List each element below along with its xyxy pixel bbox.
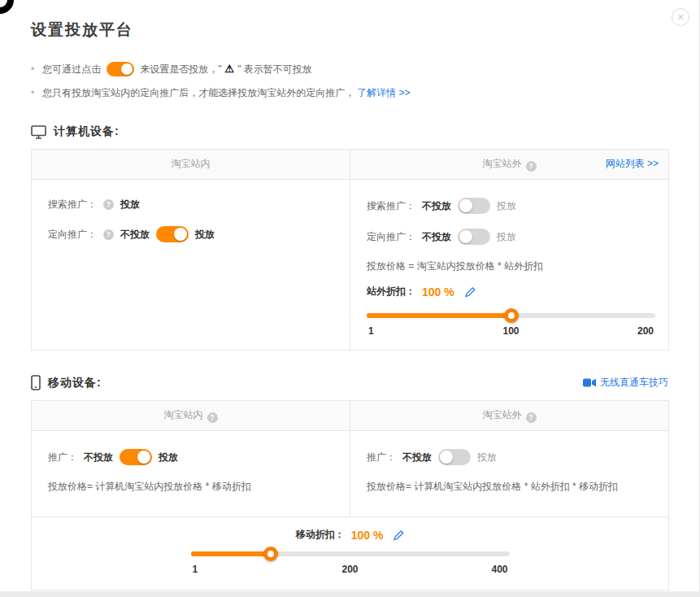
offsite-discount-slider[interactable]: 1 100 200 [367,313,655,338]
wireless-tips-link[interactable]: 无线直通车技巧 [583,376,668,390]
website-list-link[interactable]: 网站列表 >> [606,157,659,171]
discount-value: 100 % [422,285,454,298]
close-icon[interactable]: × [672,8,689,26]
video-icon [583,378,596,387]
slider-tick: 400 [491,564,507,575]
slider-track[interactable] [191,551,510,556]
row-label: 搜索推广： [48,198,97,211]
slider-handle[interactable] [263,547,278,561]
slider-track[interactable] [367,313,655,318]
computer-onsite-target-row: 定向推广：? 不投放 投放 [48,226,337,242]
slider-fill [367,313,511,318]
mobile-onsite-cell: 推广： 不投放 投放 投放价格= 计算机淘宝站内投放价格 * 移动折扣 [32,431,350,516]
tip-text: 您可通过点击 [42,62,101,76]
help-icon[interactable]: ? [207,412,218,423]
mobile-offsite-header: 淘宝站外? [350,401,668,430]
header-label: 淘宝站内 [164,409,203,421]
tip-item-target-hint: 您只有投放淘宝站内的定向推广后，才能选择投放淘宝站外的定向推广， 了解详情 >> [31,85,668,100]
off-label: 不投放 [120,228,150,242]
mobile-offsite-promo-toggle[interactable] [438,449,471,465]
on-label: 投放 [497,230,516,244]
row-label: 定向推广： [48,228,97,242]
on-label: 投放 [497,199,516,213]
row-label: 定向推广： [367,230,415,244]
toggle-knob [121,63,133,75]
header-label: 淘宝站内 [172,158,211,169]
header-label: 淘宝站外 [483,158,522,169]
discount-label: 站外折扣： [367,285,415,298]
mobile-onsite-promo-row: 推广： 不投放 投放 [48,449,337,465]
row-label: 搜索推广： [367,199,415,213]
computer-onsite-header: 淘宝站内 [32,150,350,179]
mobile-onsite-promo-toggle[interactable] [120,449,152,465]
computer-onsite-target-toggle[interactable] [156,226,189,242]
mobile-discount-row: 移动折扣： 100 % [191,528,510,542]
on-label: 投放 [477,451,497,464]
slider-tick: 100 [502,325,519,337]
row-label: 推广： [48,451,77,464]
on-label: 投放 [159,451,178,464]
computer-section-label: 计算机设备: [54,124,120,139]
warning-icon: ⚠ [224,62,234,76]
sample-toggle [107,62,134,76]
computer-offsite-target-toggle[interactable] [458,229,490,245]
dialog-title: 设置投放平台 [31,0,668,41]
discount-label: 移动折扣： [296,528,345,542]
toggle-knob [174,228,187,241]
edit-icon[interactable] [464,286,476,298]
on-label: 投放 [195,228,215,242]
slider-handle[interactable] [504,308,519,323]
help-icon[interactable]: ? [526,161,537,172]
header-label: 淘宝站外 [483,409,522,421]
slider-tick: 1 [193,564,198,575]
off-label: 不投放 [422,230,451,244]
mobile-offsite-cell: 推广： 不投放 投放 投放价格= 计算机淘宝站内投放价格 * 站外折扣 * 移动… [350,431,668,516]
link-label: 无线直通车技巧 [600,376,668,390]
mobile-discount-footer: 移动折扣： 100 % 1 200 400 [32,516,668,590]
toggle-knob [459,199,472,212]
mobile-panel: 淘宝站内? 淘宝站外? 推广： 不投放 投放 投放价格= 计算机淘宝站内投放价格… [31,400,669,590]
help-icon[interactable]: ? [526,412,537,423]
computer-panel-header: 淘宝站内 淘宝站外? 网站列表 >> [32,150,668,180]
tip-item-toggle-hint: 您可通过点击 来设置是否投放，" ⚠ " 表示暂不可投放 [31,62,668,76]
edit-icon[interactable] [393,529,404,541]
help-icon[interactable]: ? [103,229,114,240]
toggle-knob [137,451,150,464]
tip-text: 您只有投放淘宝站内的定向推广后，才能选择投放淘宝站外的定向推广， [42,85,354,100]
tip-text: 来设置是否投放，" [140,62,221,76]
computer-panel: 淘宝站内 淘宝站外? 网站列表 >> 搜索推广：? 投放 定向推广：? 不投放 … [31,149,669,351]
off-label: 不投放 [84,451,113,464]
page-bottom-strip [0,591,700,597]
mobile-discount-slider[interactable]: 1 200 400 [191,551,510,577]
learn-more-link[interactable]: 了解详情 >> [357,85,410,100]
computer-offsite-search-toggle[interactable] [458,198,490,214]
computer-offsite-cell: 搜索推广： 不投放 投放 定向推广： 不投放 投放 投放价格 = 淘宝站内投放价… [350,180,668,350]
mobile-onsite-price-formula: 投放价格= 计算机淘宝站内投放价格 * 移动折扣 [48,480,337,494]
slider-tick: 200 [637,325,654,337]
slider-ticks: 1 100 200 [367,325,655,338]
help-icon[interactable]: ? [103,199,114,210]
computer-offsite-header: 淘宝站外? 网站列表 >> [350,150,668,179]
tips-list: 您可通过点击 来设置是否投放，" ⚠ " 表示暂不可投放 您只有投放淘宝站内的定… [31,62,668,100]
off-label: 不投放 [402,451,432,464]
row-label: 推广： [367,451,396,464]
computer-onsite-search-row: 搜索推广：? 投放 [48,198,337,211]
mobile-onsite-header: 淘宝站内? [32,401,350,430]
mobile-offsite-promo-row: 推广： 不投放 投放 [367,449,655,465]
mobile-section-header: 移动设备: 无线直通车技巧 [31,375,668,390]
toggle-knob [440,451,453,464]
tip-text: " 表示暂不可投放 [237,62,312,76]
slider-fill [191,551,271,556]
computer-icon [31,125,46,139]
corner-badge [0,0,14,14]
slider-tick: 1 [368,325,374,337]
toggle-knob [459,230,472,243]
computer-onsite-cell: 搜索推广：? 投放 定向推广：? 不投放 投放 [32,180,350,350]
computer-section-header: 计算机设备: [31,124,668,139]
mobile-section-label: 移动设备: [48,376,102,390]
delivery-platform-dialog: × 设置投放平台 您可通过点击 来设置是否投放，" ⚠ " 表示暂不可投放 您只… [0,0,700,597]
mobile-offsite-price-formula: 投放价格= 计算机淘宝站内投放价格 * 站外折扣 * 移动折扣 [367,480,655,494]
slider-tick: 200 [341,564,358,575]
computer-offsite-target-row: 定向推广： 不投放 投放 [367,229,655,245]
row-value: 投放 [120,198,140,211]
